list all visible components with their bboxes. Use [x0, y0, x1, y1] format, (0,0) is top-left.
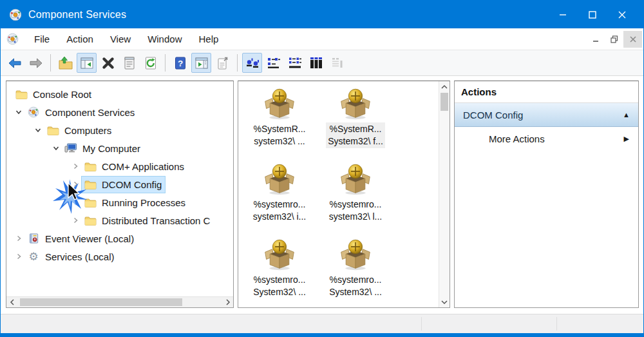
chevron-down-icon[interactable] — [31, 126, 44, 135]
tree-label: Services (Local) — [45, 251, 115, 262]
help-button[interactable]: ? — [170, 53, 190, 73]
tree-item-computers[interactable]: Computers — [6, 121, 233, 139]
status-bar — [1, 314, 643, 333]
chevron-right-icon[interactable] — [68, 180, 82, 189]
mdi-close-button[interactable] — [623, 31, 642, 48]
tree-label: COM+ Applications — [102, 161, 184, 172]
status-divider — [421, 317, 422, 331]
computer-icon — [64, 142, 78, 154]
tree-item-component-services[interactable]: Component Services — [6, 103, 233, 121]
scroll-right-arrow-icon[interactable] — [222, 297, 233, 307]
chevron-right-icon[interactable] — [12, 234, 25, 243]
actions-group-label: DCOM Config — [463, 110, 623, 120]
tree-item-com-plus-applications[interactable]: COM+ Applications — [6, 157, 233, 175]
tree-label: Event Viewer (Local) — [45, 233, 134, 244]
tree-label: DCOM Config — [102, 179, 162, 190]
details-view-button[interactable] — [306, 53, 326, 73]
item-label-line1: %SystemR... — [328, 123, 383, 135]
chevron-down-icon[interactable] — [49, 144, 62, 153]
help-icon: ? — [173, 55, 188, 71]
actions-group-header-dcom-config[interactable]: DCOM Config ▲ — [455, 103, 638, 127]
mdi-restore-button[interactable] — [605, 31, 623, 48]
scrollbar-thumb[interactable] — [20, 298, 182, 306]
dcom-application-icon — [337, 87, 374, 120]
item-label-line1: %systemro... — [329, 274, 382, 286]
mdi-window-controls — [586, 31, 642, 48]
item-label-line1: %SystemR... — [254, 123, 306, 135]
item-label-line2: System32\ f... — [328, 135, 383, 148]
dcom-app-item[interactable]: %SystemR...system32\ ... — [243, 87, 316, 162]
folder-icon — [83, 160, 97, 172]
item-label-line2: System32\ ... — [253, 286, 306, 298]
chevron-right-icon[interactable] — [12, 252, 25, 261]
export-list-button[interactable] — [213, 53, 232, 73]
tree-horizontal-scrollbar[interactable] — [6, 296, 233, 307]
tree-item-services[interactable]: ⚙Services (Local) — [6, 247, 233, 265]
collapse-triangle-icon[interactable]: ▲ — [623, 111, 630, 119]
show-console-tree-button[interactable] — [77, 53, 97, 73]
list-view-button[interactable] — [285, 53, 305, 73]
properties-button[interactable] — [119, 53, 139, 73]
dcom-app-item[interactable]: %systemro...system32\ l... — [319, 162, 392, 238]
menu-view[interactable]: View — [102, 28, 139, 50]
dcom-app-item[interactable]: %SystemR...System32\ f... — [319, 87, 392, 162]
scroll-down-arrow-icon[interactable] — [439, 296, 450, 307]
icons-view-button[interactable] — [242, 53, 262, 73]
tree-label: Distributed Transaction C — [102, 215, 210, 226]
menu-help[interactable]: Help — [190, 28, 227, 50]
tree-item-running-processes[interactable]: Running Processes — [6, 193, 233, 211]
back-button[interactable] — [5, 53, 24, 73]
more-actions-item[interactable]: More Actions ▶ — [455, 127, 638, 150]
menu-file[interactable]: File — [26, 28, 58, 50]
close-button[interactable] — [607, 1, 637, 28]
list-vertical-scrollbar[interactable] — [439, 81, 450, 307]
delete-button[interactable] — [98, 53, 118, 73]
dcom-app-item[interactable]: %systemro...System32\ ... — [243, 238, 316, 308]
toolbar-separator — [50, 54, 51, 72]
tree-label: Running Processes — [102, 197, 185, 208]
component-services-window: Component Services File Action View Wind… — [0, 0, 644, 337]
actions-pane: Actions DCOM Config ▲ More Actions ▶ — [454, 81, 639, 308]
dcom-application-icon — [261, 162, 298, 196]
small-icons-view-icon — [266, 55, 281, 71]
dcom-application-icon — [337, 162, 374, 196]
menu-action[interactable]: Action — [58, 28, 102, 50]
up-one-level-button[interactable] — [55, 53, 75, 73]
tree-item-my-computer[interactable]: My Computer — [6, 139, 233, 157]
tree-item-event-viewer[interactable]: Event Viewer (Local) — [6, 229, 233, 247]
item-label-line2: system32\ l... — [329, 211, 382, 223]
maximize-button[interactable] — [578, 1, 607, 28]
action-pane-icon — [194, 55, 209, 71]
icons-view-icon — [245, 55, 260, 71]
item-label-line2: System32\ ... — [329, 286, 382, 298]
dcom-app-item[interactable]: %systemro...system32\ i... — [243, 162, 316, 238]
title-bar: Component Services — [1, 1, 643, 28]
minimize-button[interactable] — [548, 1, 578, 28]
scrollbar-thumb[interactable] — [440, 93, 448, 111]
forward-button[interactable] — [26, 53, 46, 73]
console-icon — [6, 33, 19, 45]
chevron-down-icon[interactable] — [12, 108, 25, 117]
submenu-arrow-icon: ▶ — [624, 135, 629, 143]
mdi-minimize-button[interactable] — [586, 31, 605, 48]
show-hide-action-pane-button[interactable] — [191, 53, 211, 73]
main-area: Console Root Component Services Computer… — [1, 76, 643, 314]
dcom-application-icon — [261, 238, 298, 271]
tree-item-console-root[interactable]: Console Root — [6, 85, 233, 103]
small-icons-view-button[interactable] — [263, 53, 283, 73]
scroll-up-arrow-icon[interactable] — [439, 81, 450, 92]
tree-item-distributed-transaction-coordinator[interactable]: Distributed Transaction C — [6, 211, 233, 229]
item-label-line1: %systemro... — [253, 274, 306, 286]
refresh-button[interactable] — [140, 53, 160, 73]
chevron-right-icon[interactable] — [68, 162, 82, 171]
toolbar: ? — [1, 50, 643, 76]
chevron-right-icon[interactable] — [68, 216, 82, 225]
extra-view-icon — [330, 55, 345, 71]
folder-icon — [46, 124, 60, 136]
actions-pane-title: Actions — [455, 81, 638, 103]
dcom-app-item[interactable]: %systemro...System32\ ... — [319, 238, 392, 308]
tree-item-dcom-config[interactable]: DCOM Config — [6, 175, 233, 193]
menu-window[interactable]: Window — [139, 28, 190, 50]
tree-label: Component Services — [45, 107, 135, 118]
scroll-left-arrow-icon[interactable] — [6, 297, 17, 307]
